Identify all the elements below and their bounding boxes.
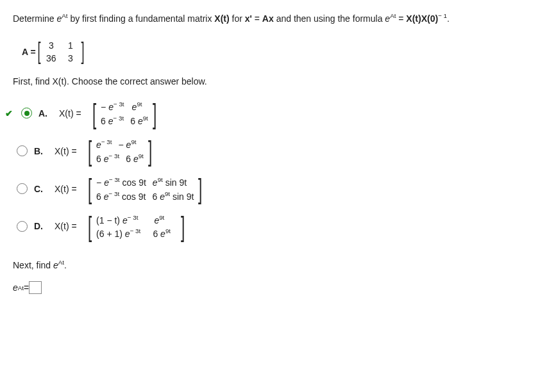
radio-a[interactable]: [21, 108, 32, 118]
choice-label: A.: [38, 108, 53, 118]
choice-matrix: [(1 − t) e− 3te9t(6 + 1) e− 3t6 e9t]: [86, 212, 187, 241]
choice-c[interactable]: C.X(t) = [− e− 3t cos 9te9t sin 9t6 e− 3…: [17, 174, 527, 203]
choice-matrix: [− e− 3t cos 9te9t sin 9t6 e− 3t cos 9t6…: [86, 174, 205, 203]
question-text: Determine eAt by first finding a fundame…: [13, 10, 527, 28]
radio-c[interactable]: [17, 183, 28, 194]
choice-lhs: X(t) =: [55, 146, 77, 156]
choice-label: B.: [34, 146, 48, 156]
choice-group: ✔A.X(t) = [− e− 3te9t6 e− 3t6 e9t]B.X(t)…: [17, 99, 527, 241]
matrix-a-display: A = [ 31 363 ]: [22, 39, 527, 65]
choice-matrix: [− e− 3te9t6 e− 3t6 e9t]: [90, 99, 159, 128]
prompt-find-eat: Next, find eAt.: [13, 259, 527, 270]
choice-lhs: X(t) =: [59, 108, 81, 118]
choice-d[interactable]: D.X(t) = [(1 − t) e− 3te9t(6 + 1) e− 3t6…: [17, 212, 527, 241]
choice-b[interactable]: B.X(t) = [e− 3t− e9t6 e− 3t6 e9t]: [17, 136, 527, 165]
choice-label: D.: [34, 221, 48, 231]
choice-lhs: X(t) =: [55, 184, 77, 194]
correct-check-icon: ✔: [5, 108, 13, 118]
choice-lhs: X(t) =: [55, 221, 77, 231]
choice-matrix: [e− 3t− e9t6 e− 3t6 e9t]: [86, 136, 155, 165]
answer-line: eAt =: [13, 281, 527, 294]
radio-b[interactable]: [17, 145, 28, 156]
choice-label: C.: [34, 184, 48, 194]
choice-a[interactable]: ✔A.X(t) = [− e− 3te9t6 e− 3t6 e9t]: [17, 99, 527, 128]
prompt-find-xt: First, find X(t). Choose the correct ans…: [13, 76, 527, 86]
answer-input[interactable]: [29, 281, 42, 294]
radio-d[interactable]: [17, 221, 28, 232]
